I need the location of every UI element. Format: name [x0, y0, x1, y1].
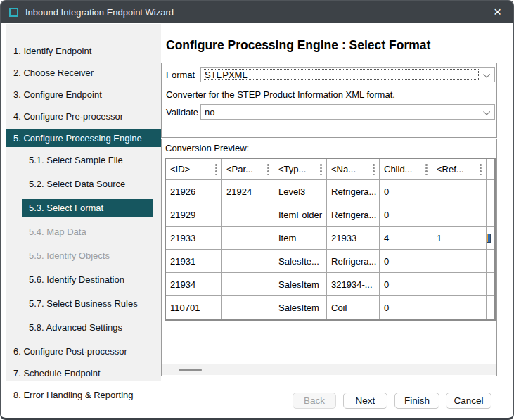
sidebar-item-configure-post-processor[interactable]: 6. Configure Post-processor [6, 343, 161, 360]
table-cell-overflow [487, 203, 494, 227]
table-cell[interactable] [432, 180, 487, 203]
table-cell-overflow [487, 273, 494, 296]
table-cell[interactable] [222, 250, 274, 273]
titlebar: Inbound Integration Endpoint Wizard × [1, 1, 513, 23]
table-cell[interactable] [222, 203, 274, 227]
table-cell[interactable]: 1 [432, 227, 487, 250]
horizontal-scrollbar[interactable] [162, 364, 496, 375]
table-cell[interactable]: 21924 [222, 180, 274, 203]
sidebar-item-select-data-source[interactable]: 5.2. Select Data Source [6, 175, 161, 193]
sidebar-item-select-format[interactable]: 5.3. Select Format [22, 199, 153, 217]
sidebar-item-schedule-endpoint[interactable]: 7. Schedule Endpoint [6, 364, 161, 382]
table-cell-overflow [487, 180, 494, 203]
conversion-preview-label: Conversion Preview: [165, 143, 249, 153]
column-header-children[interactable]: Child... [380, 159, 432, 180]
table-cell[interactable]: 21933 [327, 227, 380, 250]
table-cell[interactable]: 0 [380, 180, 432, 203]
table-cell[interactable]: 4 [380, 227, 432, 250]
column-header-overflow [487, 159, 494, 180]
table-cell[interactable]: 0 [380, 250, 432, 273]
table-cell[interactable]: 0 [380, 296, 432, 319]
finish-button[interactable]: Finish [394, 393, 439, 409]
sidebar-item-select-sample-file[interactable]: 5.1. Select Sample File [6, 151, 161, 169]
app-icon [9, 8, 18, 17]
table-cell[interactable]: Refrigera... [327, 250, 380, 273]
validate-value: no [205, 107, 214, 117]
table-cell[interactable]: SalesItem [274, 296, 327, 319]
validate-select[interactable]: no [200, 104, 495, 120]
table-cell[interactable] [432, 203, 487, 227]
table-cell-overflow [487, 227, 494, 250]
sidebar-item-error-handling-reporting[interactable]: 8. Error Handling & Reporting [6, 386, 161, 404]
reference-icon-partial [487, 234, 491, 243]
table-cell[interactable]: 21926 [166, 180, 222, 203]
column-menu-icon[interactable] [480, 164, 482, 175]
column-menu-icon[interactable] [320, 164, 322, 175]
table-cell[interactable]: 0 [380, 203, 432, 227]
table-cell[interactable]: 110701 [166, 296, 222, 319]
column-menu-icon[interactable] [425, 164, 428, 175]
format-select[interactable]: STEPXML [200, 67, 495, 82]
wizard-steps-sidebar: 1. Identify Endpoint 2. Choose Receiver … [6, 24, 161, 381]
conversion-preview-panel: Conversion Preview: <ID> <Par... <Typ...… [161, 139, 497, 376]
next-button[interactable]: Next [343, 393, 387, 409]
column-header-id[interactable]: <ID> [166, 159, 222, 180]
sidebar-item-map-data: 5.4. Map Data [6, 223, 161, 241]
table-cell-overflow [487, 296, 494, 319]
table-cell[interactable]: 0 [380, 273, 432, 296]
column-header-parent[interactable]: <Par... [222, 159, 274, 180]
table-cell[interactable]: Refrigera... [327, 180, 380, 203]
sidebar-item-choose-receiver[interactable]: 2. Choose Receiver [6, 64, 161, 82]
table-cell[interactable] [222, 227, 274, 250]
sidebar-item-select-business-rules[interactable]: 5.7. Select Business Rules [6, 295, 161, 312]
format-description: Converter for the STEP Product Informati… [166, 89, 395, 100]
table-cell[interactable]: Coil [327, 296, 380, 319]
column-header-name[interactable]: <Na... [327, 159, 380, 180]
column-menu-icon[interactable] [215, 164, 217, 175]
table-cell[interactable]: 321934-... [327, 273, 380, 296]
table-cell[interactable]: 21929 [166, 203, 222, 227]
column-menu-icon[interactable] [267, 164, 269, 175]
table-cell[interactable] [222, 273, 274, 296]
column-menu-icon[interactable] [373, 164, 375, 175]
close-icon[interactable]: × [482, 1, 513, 23]
table-cell[interactable]: SalesItem [274, 273, 327, 296]
table-cell[interactable] [222, 296, 274, 319]
sidebar-item-identify-objects: 5.5. Identify Objects [6, 247, 161, 265]
page-title: Configure Processing Engine : Select For… [166, 38, 430, 53]
format-label: Format [166, 70, 195, 80]
scrollbar-thumb[interactable] [179, 369, 202, 371]
focus-rect [203, 69, 479, 80]
sidebar-item-advanced-settings[interactable]: 5.8. Advanced Settings [6, 319, 161, 336]
table-cell[interactable]: 21933 [166, 227, 222, 250]
back-button: Back [293, 393, 336, 409]
wizard-window: Inbound Integration Endpoint Wizard × 1.… [0, 0, 514, 420]
table-cell[interactable]: 21931 [166, 250, 222, 273]
format-panel: Format STEPXML Converter for the STEP Pr… [161, 63, 497, 138]
sidebar-item-configure-endpoint[interactable]: 3. Configure Endpoint [6, 86, 161, 103]
table-cell[interactable] [432, 296, 487, 319]
table-cell[interactable]: Level3 [274, 180, 327, 203]
column-header-type[interactable]: <Typ... [274, 159, 327, 180]
validate-label: Validate [166, 107, 198, 117]
sidebar-item-configure-pre-processor[interactable]: 4. Configure Pre-processor [6, 108, 161, 125]
sidebar-item-identify-destination[interactable]: 5.6. Identify Destination [6, 271, 161, 288]
sidebar-item-identify-endpoint[interactable]: 1. Identify Endpoint [6, 42, 161, 60]
column-header-references[interactable]: <Ref... [432, 159, 487, 180]
cancel-button[interactable]: Cancel [446, 393, 491, 409]
table-cell[interactable]: Refrigera... [327, 203, 380, 227]
table-cell[interactable]: 21934 [166, 273, 222, 296]
table-cell[interactable] [432, 250, 487, 273]
table-cell[interactable]: SalesIte... [274, 250, 327, 273]
preview-table: <ID> <Par... <Typ... <Na... Child... <Re… [165, 158, 496, 321]
chevron-down-icon [483, 71, 490, 78]
table-cell[interactable]: Item [274, 227, 327, 250]
table-cell[interactable] [432, 273, 487, 296]
window-title: Inbound Integration Endpoint Wizard [25, 7, 174, 18]
table-cell[interactable]: ItemFolder [274, 203, 327, 227]
sidebar-item-configure-processing-engine[interactable]: 5. Configure Processing Engine [6, 129, 161, 147]
chevron-down-icon [483, 108, 490, 115]
table-cell-overflow [487, 250, 494, 273]
